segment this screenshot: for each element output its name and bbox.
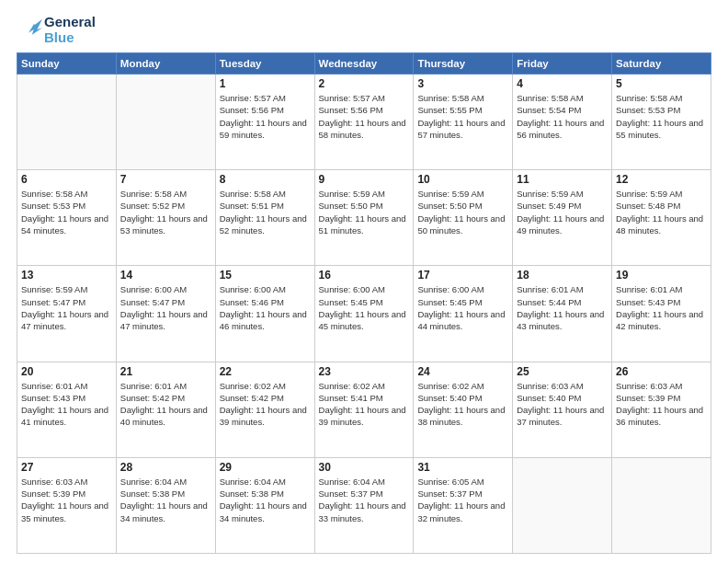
day-number: 18 xyxy=(517,269,608,282)
calendar-cell: 21Sunrise: 6:01 AM Sunset: 5:42 PM Dayli… xyxy=(116,362,215,457)
calendar-cell: 2Sunrise: 5:57 AM Sunset: 5:56 PM Daylig… xyxy=(314,75,414,170)
day-number: 27 xyxy=(21,461,112,474)
day-info: Sunrise: 5:58 AM Sunset: 5:52 PM Dayligh… xyxy=(120,188,211,236)
calendar-cell: 1Sunrise: 5:57 AM Sunset: 5:56 PM Daylig… xyxy=(215,75,314,170)
calendar-cell: 4Sunrise: 5:58 AM Sunset: 5:54 PM Daylig… xyxy=(513,75,612,170)
day-info: Sunrise: 5:59 AM Sunset: 5:50 PM Dayligh… xyxy=(319,188,410,236)
day-number: 17 xyxy=(417,269,508,282)
calendar-table: SundayMondayTuesdayWednesdayThursdayFrid… xyxy=(17,52,711,554)
calendar-cell: 15Sunrise: 6:00 AM Sunset: 5:46 PM Dayli… xyxy=(215,266,314,362)
day-info: Sunrise: 5:57 AM Sunset: 5:56 PM Dayligh… xyxy=(319,92,410,141)
day-info: Sunrise: 5:59 AM Sunset: 5:50 PM Dayligh… xyxy=(417,188,508,236)
day-number: 5 xyxy=(616,77,707,90)
calendar-cell: 23Sunrise: 6:02 AM Sunset: 5:41 PM Dayli… xyxy=(314,362,414,457)
weekday-header: Saturday xyxy=(612,53,711,75)
day-info: Sunrise: 6:01 AM Sunset: 5:43 PM Dayligh… xyxy=(616,283,707,332)
day-number: 7 xyxy=(120,173,211,186)
calendar-cell: 8Sunrise: 5:58 AM Sunset: 5:51 PM Daylig… xyxy=(215,170,314,266)
day-info: Sunrise: 6:04 AM Sunset: 5:38 PM Dayligh… xyxy=(120,476,211,524)
day-info: Sunrise: 6:02 AM Sunset: 5:42 PM Dayligh… xyxy=(220,380,311,429)
calendar-cell: 20Sunrise: 6:01 AM Sunset: 5:43 PM Dayli… xyxy=(17,362,117,457)
day-info: Sunrise: 5:59 AM Sunset: 5:47 PM Dayligh… xyxy=(21,283,112,332)
calendar-cell: 16Sunrise: 6:00 AM Sunset: 5:45 PM Dayli… xyxy=(314,266,414,362)
weekday-header: Thursday xyxy=(414,53,513,75)
logo-text: General Blue xyxy=(44,15,96,45)
day-info: Sunrise: 5:58 AM Sunset: 5:51 PM Dayligh… xyxy=(220,188,311,236)
day-info: Sunrise: 6:00 AM Sunset: 5:47 PM Dayligh… xyxy=(120,283,211,332)
calendar-cell: 22Sunrise: 6:02 AM Sunset: 5:42 PM Dayli… xyxy=(215,362,314,457)
day-info: Sunrise: 6:01 AM Sunset: 5:42 PM Dayligh… xyxy=(120,380,211,429)
day-info: Sunrise: 5:57 AM Sunset: 5:56 PM Dayligh… xyxy=(220,92,311,141)
calendar-cell: 3Sunrise: 5:58 AM Sunset: 5:55 PM Daylig… xyxy=(414,75,513,170)
calendar-cell: 9Sunrise: 5:59 AM Sunset: 5:50 PM Daylig… xyxy=(314,170,414,266)
calendar-cell: 17Sunrise: 6:00 AM Sunset: 5:45 PM Dayli… xyxy=(414,266,513,362)
day-info: Sunrise: 6:01 AM Sunset: 5:44 PM Dayligh… xyxy=(517,283,608,332)
day-number: 3 xyxy=(417,77,508,90)
day-info: Sunrise: 6:00 AM Sunset: 5:45 PM Dayligh… xyxy=(417,283,508,332)
calendar-cell: 19Sunrise: 6:01 AM Sunset: 5:43 PM Dayli… xyxy=(612,266,711,362)
day-info: Sunrise: 6:03 AM Sunset: 5:39 PM Dayligh… xyxy=(616,380,707,429)
day-number: 24 xyxy=(417,365,508,378)
day-info: Sunrise: 6:04 AM Sunset: 5:38 PM Dayligh… xyxy=(220,476,311,524)
calendar-cell: 10Sunrise: 5:59 AM Sunset: 5:50 PM Dayli… xyxy=(414,170,513,266)
calendar-cell: 12Sunrise: 5:59 AM Sunset: 5:48 PM Dayli… xyxy=(612,170,711,266)
weekday-header: Tuesday xyxy=(215,53,314,75)
day-info: Sunrise: 5:59 AM Sunset: 5:48 PM Dayligh… xyxy=(616,188,707,236)
day-number: 12 xyxy=(616,173,707,186)
day-number: 1 xyxy=(220,77,311,90)
weekday-header: Friday xyxy=(513,53,612,75)
calendar-cell xyxy=(116,75,215,170)
day-number: 16 xyxy=(319,269,410,282)
calendar-cell: 6Sunrise: 5:58 AM Sunset: 5:53 PM Daylig… xyxy=(17,170,117,266)
weekday-header: Sunday xyxy=(17,53,117,75)
calendar-cell: 13Sunrise: 5:59 AM Sunset: 5:47 PM Dayli… xyxy=(17,266,117,362)
calendar-cell xyxy=(612,457,711,553)
calendar-cell: 25Sunrise: 6:03 AM Sunset: 5:40 PM Dayli… xyxy=(513,362,612,457)
day-info: Sunrise: 6:02 AM Sunset: 5:40 PM Dayligh… xyxy=(417,380,508,429)
calendar-cell: 29Sunrise: 6:04 AM Sunset: 5:38 PM Dayli… xyxy=(215,457,314,553)
day-info: Sunrise: 6:02 AM Sunset: 5:41 PM Dayligh… xyxy=(319,380,410,429)
day-info: Sunrise: 5:58 AM Sunset: 5:54 PM Dayligh… xyxy=(517,92,608,141)
day-number: 11 xyxy=(517,173,608,186)
day-info: Sunrise: 5:58 AM Sunset: 5:53 PM Dayligh… xyxy=(21,188,112,236)
day-info: Sunrise: 6:00 AM Sunset: 5:45 PM Dayligh… xyxy=(319,283,410,332)
day-number: 22 xyxy=(220,365,311,378)
day-number: 30 xyxy=(319,461,410,474)
day-number: 10 xyxy=(417,173,508,186)
day-info: Sunrise: 5:59 AM Sunset: 5:49 PM Dayligh… xyxy=(517,188,608,236)
calendar-cell: 27Sunrise: 6:03 AM Sunset: 5:39 PM Dayli… xyxy=(17,457,117,553)
day-info: Sunrise: 6:05 AM Sunset: 5:37 PM Dayligh… xyxy=(417,476,508,524)
calendar-cell: 11Sunrise: 5:59 AM Sunset: 5:49 PM Dayli… xyxy=(513,170,612,266)
day-number: 4 xyxy=(517,77,608,90)
calendar-cell: 18Sunrise: 6:01 AM Sunset: 5:44 PM Dayli… xyxy=(513,266,612,362)
day-number: 19 xyxy=(616,269,707,282)
day-number: 25 xyxy=(517,365,608,378)
logo-icon xyxy=(17,17,42,43)
day-number: 9 xyxy=(319,173,410,186)
logo: General Blue xyxy=(17,15,96,45)
day-number: 13 xyxy=(21,269,112,282)
day-info: Sunrise: 6:03 AM Sunset: 5:40 PM Dayligh… xyxy=(517,380,608,429)
weekday-header: Monday xyxy=(116,53,215,75)
calendar-cell: 7Sunrise: 5:58 AM Sunset: 5:52 PM Daylig… xyxy=(116,170,215,266)
day-info: Sunrise: 6:04 AM Sunset: 5:37 PM Dayligh… xyxy=(319,476,410,524)
day-info: Sunrise: 6:00 AM Sunset: 5:46 PM Dayligh… xyxy=(220,283,311,332)
day-info: Sunrise: 5:58 AM Sunset: 5:53 PM Dayligh… xyxy=(616,92,707,141)
day-number: 29 xyxy=(220,461,311,474)
day-info: Sunrise: 6:01 AM Sunset: 5:43 PM Dayligh… xyxy=(21,380,112,429)
calendar-cell: 24Sunrise: 6:02 AM Sunset: 5:40 PM Dayli… xyxy=(414,362,513,457)
header: General Blue xyxy=(17,15,711,45)
calendar-cell: 31Sunrise: 6:05 AM Sunset: 5:37 PM Dayli… xyxy=(414,457,513,553)
day-number: 28 xyxy=(120,461,211,474)
day-number: 31 xyxy=(417,461,508,474)
calendar-cell: 26Sunrise: 6:03 AM Sunset: 5:39 PM Dayli… xyxy=(612,362,711,457)
day-number: 2 xyxy=(319,77,410,90)
calendar-cell: 28Sunrise: 6:04 AM Sunset: 5:38 PM Dayli… xyxy=(116,457,215,553)
calendar-cell xyxy=(17,75,117,170)
day-number: 8 xyxy=(220,173,311,186)
day-info: Sunrise: 6:03 AM Sunset: 5:39 PM Dayligh… xyxy=(21,476,112,524)
svg-marker-0 xyxy=(28,18,42,34)
day-number: 14 xyxy=(120,269,211,282)
day-info: Sunrise: 5:58 AM Sunset: 5:55 PM Dayligh… xyxy=(417,92,508,141)
weekday-header: Wednesday xyxy=(314,53,414,75)
